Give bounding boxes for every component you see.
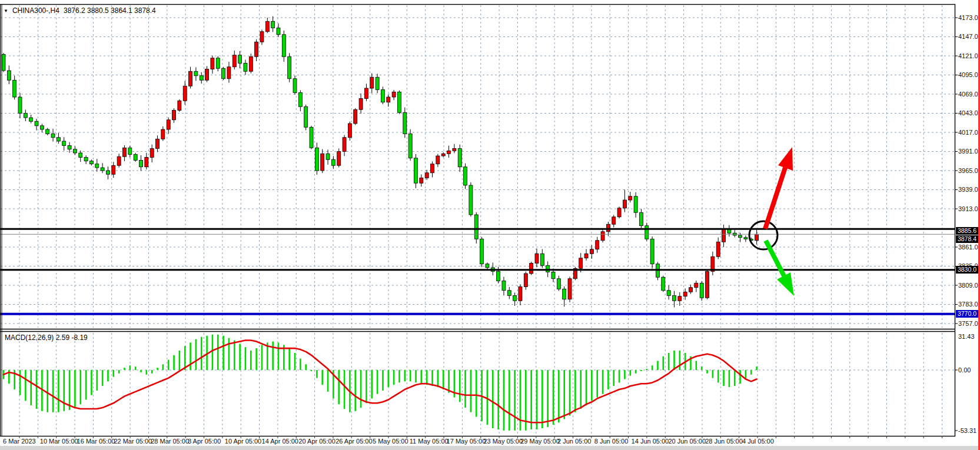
candle-body xyxy=(134,155,137,161)
price-badge: 3878.4 xyxy=(956,235,978,243)
candle-body xyxy=(161,129,165,139)
candle-body xyxy=(326,154,330,159)
candle-body xyxy=(403,112,407,134)
candle-body xyxy=(606,224,610,232)
bullish-arrow-annotation[interactable] xyxy=(765,168,785,229)
candle-body xyxy=(645,226,649,239)
candle-body xyxy=(216,58,220,69)
candle-body xyxy=(722,229,726,242)
candle-body xyxy=(486,264,489,268)
candle-body xyxy=(18,97,22,114)
candle-body xyxy=(617,208,621,217)
candle-body xyxy=(425,173,428,178)
candle-body xyxy=(277,28,280,35)
candle-body xyxy=(183,86,187,101)
macd-signal-line xyxy=(4,341,757,423)
candle-body xyxy=(172,111,176,120)
candle-body xyxy=(513,296,517,301)
candle-body xyxy=(716,242,720,256)
candle-body xyxy=(167,120,170,129)
date-tick-label: 17 May 05:00 xyxy=(447,438,486,445)
candle-body xyxy=(298,93,302,107)
price-badge: 3830.0 xyxy=(956,266,978,274)
candle-body xyxy=(474,215,478,239)
date-tick-label: 3 Apr 05:00 xyxy=(188,438,221,445)
candle-body xyxy=(590,249,593,254)
candle-body xyxy=(68,146,71,149)
candle-body xyxy=(420,178,423,184)
candle-body xyxy=(546,265,550,272)
candle-body xyxy=(315,148,318,171)
price-tick-label: 4043.0 xyxy=(958,109,978,116)
bullish-arrow-head xyxy=(778,147,793,171)
candle-body xyxy=(51,134,55,138)
candle-body xyxy=(497,271,500,281)
date-tick-label: 23 May 05:00 xyxy=(483,438,523,445)
date-tick-label: 5 May 05:00 xyxy=(373,438,408,445)
candle-body xyxy=(13,80,16,97)
price-tick-label: 4095.0 xyxy=(958,71,978,78)
price-tick-label: 4069.0 xyxy=(958,91,978,98)
candle-body xyxy=(24,114,27,118)
window-bottom-strip xyxy=(0,446,978,450)
candle-body xyxy=(524,274,527,287)
candle-body xyxy=(150,149,154,158)
candle-body xyxy=(260,32,264,42)
date-tick-label: 4 Jul 05:00 xyxy=(742,438,774,445)
candle-body xyxy=(211,58,214,69)
candle-body xyxy=(238,55,242,64)
candle-body xyxy=(639,212,643,226)
date-tick-label: 28 Mar 05:00 xyxy=(151,438,189,445)
circle-annotation[interactable] xyxy=(749,221,778,249)
price-tick-label: 3965.0 xyxy=(958,167,978,174)
macd-min-label: -53.31 xyxy=(958,427,976,434)
date-tick-label: 10 Mar 05:00 xyxy=(40,438,78,445)
macd-zero-label: 0.00 xyxy=(958,366,971,374)
date-tick-label: 26 Apr 05:00 xyxy=(335,438,372,445)
candle-body xyxy=(469,185,473,215)
candle-body xyxy=(612,217,616,225)
candle-body xyxy=(683,292,687,296)
candle-body xyxy=(431,164,434,173)
candle-body xyxy=(227,67,231,79)
candle-body xyxy=(40,126,44,129)
candle-body xyxy=(755,234,759,241)
candle-body xyxy=(519,287,522,301)
candle-body xyxy=(364,88,368,99)
candle-body xyxy=(106,171,109,174)
price-tick-label: 3783.0 xyxy=(958,301,978,308)
price-tick-label: 4121.0 xyxy=(958,52,978,59)
candle-body xyxy=(337,152,341,166)
candle-body xyxy=(464,167,467,185)
candle-body xyxy=(667,291,670,296)
candle-body xyxy=(244,64,247,72)
date-tick-label: 22 Mar 05:00 xyxy=(114,438,152,445)
candle-body xyxy=(7,71,11,80)
chart-title[interactable]: ▼ CHINA300-,H4 3876.2 3880.5 3864.1 3878… xyxy=(4,6,156,15)
candle-body xyxy=(480,239,484,264)
candle-body xyxy=(381,90,384,102)
candle-body xyxy=(178,101,181,110)
candle-body xyxy=(695,283,698,288)
candle-body xyxy=(249,56,253,71)
date-tick-label: 10 Apr 05:00 xyxy=(225,438,261,445)
candle-body xyxy=(95,164,99,168)
symbol-dropdown-icon[interactable]: ▼ xyxy=(4,8,8,14)
candle-body xyxy=(145,158,148,167)
candle-body xyxy=(458,149,461,167)
candle-body xyxy=(441,154,445,156)
candle-body xyxy=(387,97,390,102)
ohlc-values-label: 3876.2 3880.5 3864.1 3878.4 xyxy=(64,6,156,15)
candle-body xyxy=(376,77,379,89)
candle-body xyxy=(579,258,583,269)
candle-body xyxy=(739,235,742,238)
candle-body xyxy=(321,154,324,171)
candle-body xyxy=(596,241,599,249)
bearish-arrow-head xyxy=(777,272,794,296)
candle-body xyxy=(623,200,626,208)
chart-canvas[interactable] xyxy=(0,0,980,450)
candle-body xyxy=(662,277,665,291)
price-tick-label: 3809.0 xyxy=(958,282,978,289)
date-tick-label: 11 May 05:00 xyxy=(410,438,449,445)
candle-body xyxy=(502,281,506,291)
